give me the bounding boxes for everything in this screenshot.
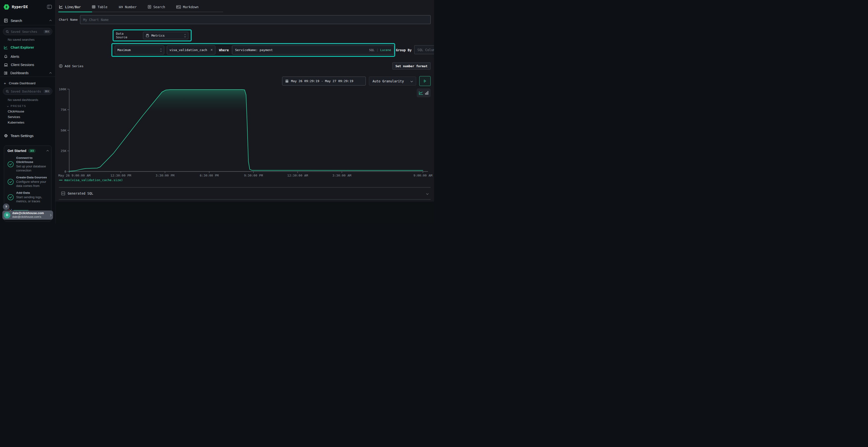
tab-markdown[interactable]: Markdown [176, 5, 199, 9]
laptop-icon [4, 63, 8, 67]
chevron-down-icon [411, 80, 413, 82]
task-create-data-sources[interactable]: Create Data SourcesConfigure where your … [7, 176, 49, 188]
generated-sql-toggle[interactable]: Generated SQL [59, 187, 431, 200]
aggregation-select[interactable]: Maximum [115, 45, 164, 55]
team-settings-button[interactable]: Team Settings [0, 132, 55, 140]
help-label: ? [5, 205, 7, 209]
chart-legend[interactable]: max(visa_validation_cache.size) [59, 178, 123, 182]
preset-services[interactable]: Services [8, 115, 20, 119]
sidebar-item-chart-explorer[interactable]: Chart Explorer [0, 44, 55, 51]
sidebar-item-dashboards[interactable]: Dashboards [0, 69, 55, 77]
sql-mode-button[interactable]: SQL [369, 48, 375, 52]
x-axis-tick-label: May 26 9:00:00 AM [58, 174, 90, 177]
aggregation-value: Maximum [117, 48, 131, 52]
chart-line-icon [59, 5, 63, 9]
play-icon [424, 79, 427, 82]
x-axis-tick-label: 12:30:00 PM [111, 174, 131, 177]
doc-list-icon [148, 5, 151, 9]
saved-searches-input[interactable]: Saved Searches ⌘K [3, 28, 52, 35]
close-icon[interactable]: × [211, 48, 213, 52]
search-section-label: Search [10, 19, 22, 23]
tab-line-bar[interactable]: Line/Bar [59, 5, 81, 9]
series-area-glow [69, 90, 423, 171]
task-description: Set up your database connection [16, 164, 49, 172]
lucene-mode-button[interactable]: Lucene [380, 48, 391, 52]
x-axis-tick-label: 6:30:00 PM [200, 174, 219, 177]
help-button[interactable]: ? [3, 204, 9, 210]
preset-clickhouse[interactable]: ClickHouse [8, 110, 24, 113]
metric-chip[interactable]: visa_validation_cach × [167, 45, 216, 55]
sidebar-item-label: Alerts [10, 55, 19, 59]
task-title: Connect to ClickHouse [16, 156, 49, 164]
preset-kubernetes[interactable]: Kubernetes [8, 121, 24, 124]
sidebar: HyperDX Search Saved Searches ⌘K No save… [0, 0, 56, 224]
tab-table[interactable]: Table [92, 5, 107, 9]
dashboard-icon [4, 71, 7, 75]
sidebar-collapse-icon[interactable] [47, 5, 52, 9]
get-started-tasks: Connect to ClickHouseSet up your databas… [4, 154, 51, 204]
task-description: Start sending logs, metrics, or traces [16, 195, 49, 203]
chevron-up-icon [50, 20, 52, 22]
presets-toggle[interactable]: PRESETS [7, 105, 26, 107]
date-range-input[interactable]: May 26 09:29:19 - May 27 09:29:19 [282, 77, 366, 85]
saved-dashboards-input[interactable]: Saved Dashboards ⌘K [3, 88, 52, 95]
task-description: Configure where your data comes from [16, 180, 49, 188]
where-value: ServiceName: payment [235, 48, 273, 52]
select-chevrons-icon [184, 34, 186, 37]
sidebar-item-label: Dashboards [10, 71, 29, 75]
add-series-button[interactable]: Add Series [59, 64, 84, 68]
actions-row: Add Series Set number format [59, 61, 431, 71]
user-menu[interactable]: D dale@clickhouse.com dale@clickhouse.co… [2, 210, 53, 220]
chart-line-icon [4, 46, 8, 49]
metrics-line-chart[interactable]: 025K50K75K100KMay 26 9:00:00 AM12:30:00 … [56, 85, 434, 178]
task-add-data[interactable]: Add DataStart sending logs, metrics, or … [7, 191, 49, 203]
bell-icon [4, 55, 8, 59]
group-by-input[interactable] [414, 45, 434, 54]
where-input[interactable]: ServiceName: payment SQL | Lucene [232, 45, 394, 55]
tab-number[interactable]: 123Number [119, 5, 137, 9]
legend-series-label: max(visa_validation_cache.size) [64, 178, 123, 182]
y-axis-tick-label: 50K [61, 129, 66, 132]
logo-row: HyperDX [0, 0, 55, 14]
granularity-select[interactable]: Auto Granularity [369, 77, 416, 85]
hyperdx-app: HyperDX Search Saved Searches ⌘K No save… [0, 0, 434, 224]
chevron-up-icon [50, 72, 52, 74]
set-number-format-button[interactable]: Set number format [392, 62, 431, 70]
hyperdx-logo-icon [3, 4, 10, 10]
sidebar-item-client-sessions[interactable]: Client Sessions [0, 61, 55, 68]
get-started-title: Get Started [7, 149, 26, 153]
generated-sql-label: Generated SQL [68, 192, 93, 195]
chart-name-row: Chart Name [58, 15, 431, 24]
table-icon [92, 5, 95, 9]
get-started-header[interactable]: Get Started 3/3 [4, 146, 51, 154]
search-icon [6, 90, 9, 93]
chart-name-input[interactable] [80, 15, 431, 24]
annotation-box-data-source: Data Source Metrics [113, 29, 192, 41]
tab-search[interactable]: Search [148, 5, 165, 9]
sidebar-item-label: Chart Explorer [10, 45, 34, 49]
code-icon [61, 192, 65, 195]
data-source-label: Data Source [116, 32, 136, 39]
legend-line-swatch [59, 180, 62, 180]
gear-icon [4, 134, 8, 138]
task-title: Create Data Sources [16, 176, 49, 180]
user-subtitle: dale@clickhouse.com's [12, 215, 44, 219]
sidebar-section-search[interactable]: Search [0, 16, 55, 25]
bottom-strip [56, 202, 434, 224]
task-connect-to-clickhouse[interactable]: Connect to ClickHouseSet up your databas… [7, 156, 49, 172]
shortcut-badge: ⌘K [44, 90, 51, 93]
calendar-icon [285, 79, 289, 83]
sidebar-item-alerts[interactable]: Alerts [0, 53, 55, 60]
task-title: Add Data [16, 191, 49, 195]
app-title: HyperDX [12, 5, 28, 9]
no-saved-dashboards-text: No saved dashboards [8, 98, 38, 102]
data-source-select[interactable]: Metrics [143, 32, 188, 39]
plus-circle-icon [59, 64, 63, 68]
x-axis-tick-label: 12:30:00 AM [287, 174, 308, 177]
tab-label: Markdown [183, 5, 199, 9]
run-query-button[interactable] [419, 76, 431, 86]
create-dashboard-button[interactable]: + Create Dashboard [0, 79, 55, 87]
plus-icon: + [4, 81, 6, 85]
shortcut-badge: ⌘K [44, 30, 51, 33]
x-axis-tick-label: 3:30:00 PM [156, 174, 174, 177]
